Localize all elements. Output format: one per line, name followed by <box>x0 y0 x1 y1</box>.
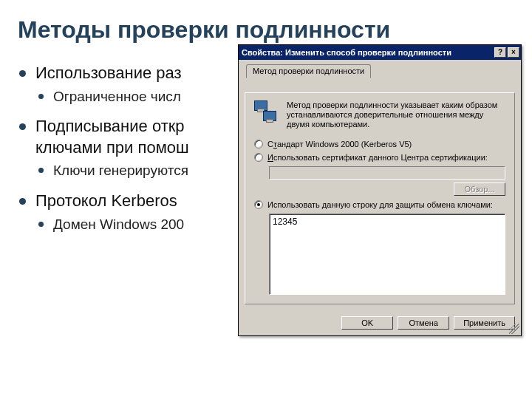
ca-path-field <box>269 166 505 180</box>
tab-panel: Метод проверки подлинности указывает как… <box>245 92 515 304</box>
bullet-text: Подписывание откр ключами при помош <box>35 117 189 157</box>
dialog-button-row: OK Отмена Применить <box>239 310 521 335</box>
properties-dialog: Свойства: Изменить способ проверки подли… <box>238 44 522 336</box>
preshared-key-input[interactable]: 12345 <box>269 214 505 295</box>
cancel-button[interactable]: Отмена <box>398 316 449 330</box>
slide-title: Методы проверки подлинности <box>18 16 514 44</box>
apply-button[interactable]: Применить <box>454 316 515 330</box>
tab-auth-method[interactable]: Метод проверки подлинности <box>246 64 371 78</box>
radio-input[interactable] <box>254 153 263 162</box>
titlebar[interactable]: Свойства: Изменить способ проверки подли… <box>239 45 521 60</box>
bullet-text: Протокол Kerberos <box>35 191 177 210</box>
radio-input[interactable] <box>254 200 263 209</box>
close-button[interactable]: × <box>508 47 519 58</box>
radio-label: Использовать сертификат данного Центра с… <box>267 153 488 162</box>
radio-label: Стандарт Windows 2000 (Kerberos V5) <box>267 140 412 149</box>
description-row: Метод проверки подлинности указывает как… <box>254 100 505 129</box>
radio-certificate[interactable]: Использовать сертификат данного Центра с… <box>254 153 505 162</box>
radio-kerberos[interactable]: Стандарт Windows 2000 (Kerberos V5) <box>254 140 505 149</box>
ok-button[interactable]: OK <box>341 316 393 330</box>
radio-preshared-key[interactable]: Использовать данную строку для защиты об… <box>254 200 505 209</box>
radio-input[interactable] <box>254 140 263 149</box>
dialog-body: Метод проверки подлинности Метод проверк… <box>239 60 521 310</box>
resize-grip-icon[interactable] <box>509 324 519 334</box>
help-button[interactable]: ? <box>494 47 506 58</box>
tab-strip: Метод проверки подлинности <box>245 64 515 79</box>
browse-button: Обзор... <box>454 183 505 196</box>
radio-label: Использовать данную строку для защиты об… <box>267 200 493 209</box>
bullet-text: Использование раз <box>35 64 182 82</box>
dialog-title: Свойства: Изменить способ проверки подли… <box>242 48 493 57</box>
description-text: Метод проверки подлинности указывает как… <box>287 100 505 129</box>
network-computers-icon <box>254 100 279 126</box>
